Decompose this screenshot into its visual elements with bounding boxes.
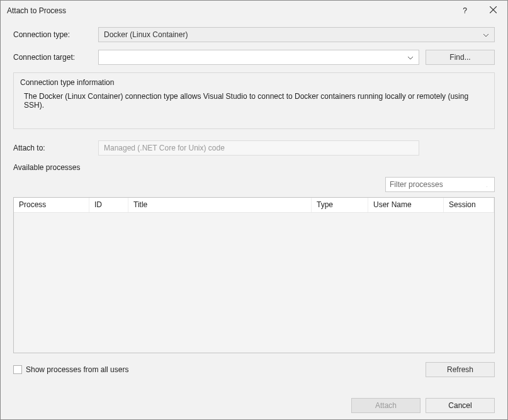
window-title: Attach to Process bbox=[7, 6, 66, 15]
available-processes-header: Available processes bbox=[13, 163, 495, 172]
chevron-down-icon bbox=[407, 54, 414, 60]
cancel-button[interactable]: Cancel bbox=[426, 398, 495, 413]
col-header-process[interactable]: Process bbox=[14, 198, 89, 212]
connection-type-label: Connection type: bbox=[13, 30, 98, 39]
filter-processes-input[interactable] bbox=[390, 180, 484, 189]
svg-point-2 bbox=[487, 186, 487, 187]
help-button[interactable]: ? bbox=[451, 2, 479, 20]
checkbox-box bbox=[13, 365, 22, 374]
processes-table[interactable]: Process ID Title Type User Name Session bbox=[13, 197, 495, 353]
connection-target-label: Connection target: bbox=[13, 53, 98, 62]
attach-to-label: Attach to: bbox=[13, 144, 98, 152]
col-header-title[interactable]: Title bbox=[128, 198, 312, 212]
info-panel-title: Connection type information bbox=[20, 78, 488, 87]
show-all-users-label: Show processes from all users bbox=[26, 365, 128, 374]
connection-type-value: Docker (Linux Container) bbox=[104, 30, 188, 39]
title-bar: Attach to Process ? bbox=[1, 1, 507, 21]
search-icon bbox=[487, 180, 487, 189]
attach-button: Attach bbox=[351, 398, 421, 413]
close-icon bbox=[490, 6, 497, 15]
connection-type-info-panel: Connection type information The Docker (… bbox=[13, 72, 495, 129]
col-header-id[interactable]: ID bbox=[89, 198, 128, 212]
col-header-user[interactable]: User Name bbox=[368, 198, 444, 212]
info-panel-text: The Docker (Linux Container) connection … bbox=[20, 92, 488, 110]
help-icon: ? bbox=[463, 6, 467, 15]
table-header: Process ID Title Type User Name Session bbox=[14, 198, 494, 213]
col-header-session[interactable]: Session bbox=[444, 198, 494, 212]
refresh-button[interactable]: Refresh bbox=[426, 362, 495, 377]
col-header-type[interactable]: Type bbox=[312, 198, 368, 212]
connection-type-dropdown[interactable]: Docker (Linux Container) bbox=[98, 27, 495, 42]
close-button[interactable] bbox=[479, 2, 507, 20]
attach-to-value: Managed (.NET Core for Unix) code bbox=[98, 140, 419, 156]
show-all-users-checkbox[interactable]: Show processes from all users bbox=[13, 365, 128, 374]
find-button[interactable]: Find... bbox=[426, 50, 495, 65]
chevron-down-icon bbox=[483, 31, 489, 38]
connection-target-dropdown[interactable] bbox=[98, 50, 419, 65]
chevron-down-icon[interactable] bbox=[490, 180, 490, 189]
filter-processes-box[interactable] bbox=[385, 177, 495, 192]
